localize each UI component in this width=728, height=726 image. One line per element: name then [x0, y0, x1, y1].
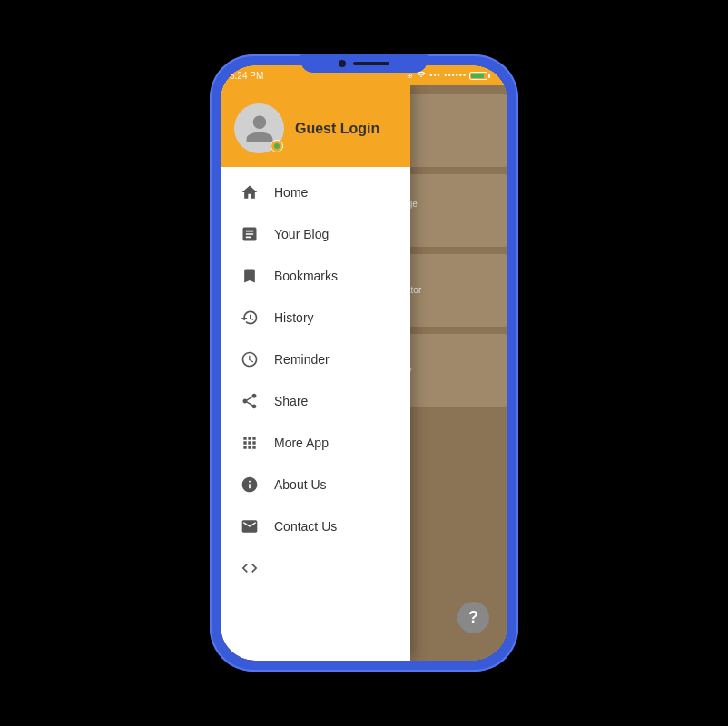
menu-item-home[interactable]: Home	[221, 172, 410, 213]
menu-label-history: History	[274, 310, 314, 325]
main-content: r 2.pes Storagees Operator . Array ?	[221, 85, 507, 661]
battery-icon	[469, 72, 490, 80]
avatar	[234, 103, 284, 153]
menu-item-about-us[interactable]: About Us	[221, 464, 410, 505]
guest-login-label[interactable]: Guest Login	[295, 121, 379, 137]
menu-label-reminder: Reminder	[274, 352, 330, 367]
camera-dot	[339, 60, 346, 67]
menu-label-share: Share	[274, 394, 308, 408]
menu-item-reminder[interactable]: Reminder	[221, 338, 410, 380]
drawer-header: Guest Login	[221, 85, 410, 167]
menu-label-about-us: About Us	[274, 477, 327, 492]
email-icon	[239, 515, 261, 537]
menu-label-your-blog: Your Blog	[274, 227, 329, 241]
drawer-menu: Home Your Blog	[221, 167, 410, 661]
reminder-icon	[239, 348, 261, 370]
status-icons: ⊕ ••• •••••• +	[407, 70, 498, 81]
menu-item-more-app[interactable]: More App	[221, 422, 410, 464]
signal-dots: ••• ••••••	[429, 71, 467, 80]
menu-label-contact-us: Contact Us	[274, 519, 337, 534]
menu-item-share[interactable]: Share	[221, 380, 410, 422]
help-button[interactable]: ?	[457, 602, 489, 633]
menu-item-bookmarks[interactable]: Bookmarks	[221, 255, 410, 297]
menu-label-bookmarks: Bookmarks	[274, 269, 338, 283]
menu-item-history[interactable]: History	[221, 297, 410, 338]
charge-icon: +	[493, 71, 498, 81]
screen: 5:24 PM ⊕ ••• •••••• +	[221, 65, 507, 661]
history-icon	[239, 307, 261, 329]
menu-item-contact-us[interactable]: Contact Us	[221, 505, 410, 547]
person-icon	[243, 113, 276, 145]
menu-label-more-app: More App	[274, 436, 329, 450]
blog-icon	[239, 223, 261, 245]
bookmark-icon	[239, 265, 261, 287]
navigation-drawer: Guest Login Home	[221, 85, 410, 661]
info-icon	[239, 474, 261, 495]
menu-item-your-blog[interactable]: Your Blog	[221, 213, 410, 255]
code-icon	[239, 557, 261, 579]
menu-label-home: Home	[274, 185, 308, 200]
phone-inner: 5:24 PM ⊕ ••• •••••• +	[221, 65, 507, 661]
status-time: 5:24 PM	[230, 71, 263, 81]
avatar-badge-inner	[274, 143, 280, 149]
avatar-badge	[271, 140, 283, 152]
apps-icon	[239, 432, 261, 454]
phone-top-bar	[300, 54, 428, 73]
share-icon	[239, 390, 261, 412]
home-icon	[239, 182, 261, 203]
phone-frame: 5:24 PM ⊕ ••• •••••• +	[210, 54, 518, 672]
menu-item-extra[interactable]	[221, 547, 410, 589]
speaker-bar	[353, 62, 389, 65]
